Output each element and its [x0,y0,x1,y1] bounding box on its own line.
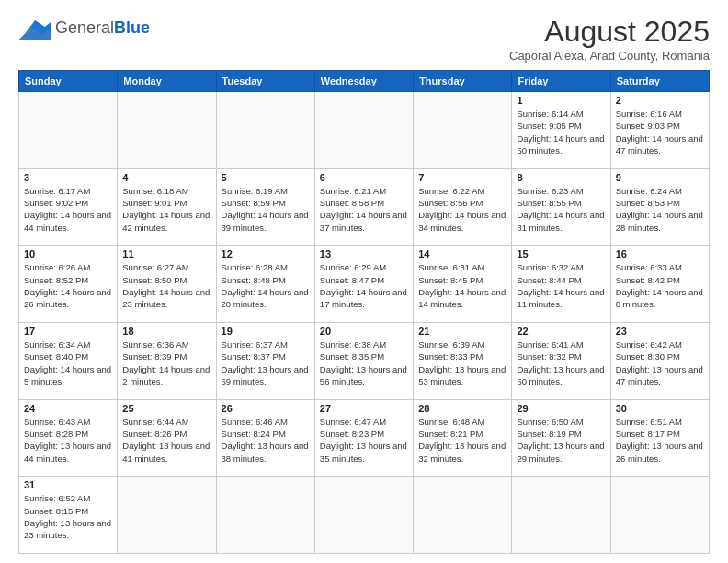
day-info: Sunrise: 6:23 AM Sunset: 8:55 PM Dayligh… [517,185,605,234]
day-info: Sunrise: 6:33 AM Sunset: 8:42 PM Dayligh… [616,261,704,310]
day-info: Sunrise: 6:21 AM Sunset: 8:58 PM Dayligh… [320,185,408,234]
calendar-cell: 2Sunrise: 6:16 AM Sunset: 9:03 PM Daylig… [610,92,709,169]
day-number: 26 [222,403,310,414]
day-header-monday: Monday [118,71,216,92]
day-info: Sunrise: 6:46 AM Sunset: 8:24 PM Dayligh… [222,416,310,465]
day-number: 10 [24,248,112,259]
day-number: 7 [418,172,506,183]
day-number: 6 [320,172,408,183]
logo-general: General [55,18,114,37]
calendar-header: SundayMondayTuesdayWednesdayThursdayFrid… [19,71,710,92]
day-header-thursday: Thursday [414,71,512,92]
calendar-cell [216,477,314,554]
logo-text: GeneralBlue [55,19,150,36]
calendar-cell: 17Sunrise: 6:34 AM Sunset: 8:40 PM Dayli… [19,322,118,399]
day-number: 24 [24,403,112,414]
day-number: 15 [517,248,605,259]
day-info: Sunrise: 6:19 AM Sunset: 8:59 PM Dayligh… [222,185,310,234]
day-info: Sunrise: 6:27 AM Sunset: 8:50 PM Dayligh… [122,261,210,310]
calendar-cell: 28Sunrise: 6:48 AM Sunset: 8:21 PM Dayli… [414,399,512,477]
calendar-cell: 21Sunrise: 6:39 AM Sunset: 8:33 PM Dayli… [414,322,512,399]
calendar-cell [512,477,610,554]
day-info: Sunrise: 6:43 AM Sunset: 8:28 PM Dayligh… [24,416,112,465]
calendar-body: 1Sunrise: 6:14 AM Sunset: 9:05 PM Daylig… [19,92,710,554]
day-info: Sunrise: 6:51 AM Sunset: 8:17 PM Dayligh… [616,416,704,465]
generalblue-logo-icon [18,15,51,40]
calendar-cell [216,92,314,169]
day-number: 25 [122,403,210,414]
day-number: 14 [418,248,506,259]
day-info: Sunrise: 6:28 AM Sunset: 8:48 PM Dayligh… [222,261,310,310]
calendar-cell: 18Sunrise: 6:36 AM Sunset: 8:39 PM Dayli… [118,322,216,399]
day-info: Sunrise: 6:41 AM Sunset: 8:32 PM Dayligh… [517,339,605,387]
subtitle: Caporal Alexa, Arad County, Romania [509,49,710,63]
calendar-cell: 31Sunrise: 6:52 AM Sunset: 8:15 PM Dayli… [19,477,118,554]
day-info: Sunrise: 6:16 AM Sunset: 9:03 PM Dayligh… [616,108,704,156]
calendar-cell: 26Sunrise: 6:46 AM Sunset: 8:24 PM Dayli… [216,399,314,477]
day-info: Sunrise: 6:48 AM Sunset: 8:21 PM Dayligh… [418,416,506,465]
day-number: 17 [24,326,112,337]
day-number: 27 [320,403,408,414]
day-number: 22 [517,326,605,337]
day-number: 29 [517,403,605,414]
calendar-cell: 27Sunrise: 6:47 AM Sunset: 8:23 PM Dayli… [314,399,413,477]
day-number: 20 [320,326,408,337]
calendar-cell: 5Sunrise: 6:19 AM Sunset: 8:59 PM Daylig… [216,168,314,246]
day-number: 5 [222,172,310,183]
day-info: Sunrise: 6:37 AM Sunset: 8:37 PM Dayligh… [222,339,310,387]
calendar-cell [314,92,413,169]
calendar-cell: 19Sunrise: 6:37 AM Sunset: 8:37 PM Dayli… [216,322,314,399]
calendar-week-2: 3Sunrise: 6:17 AM Sunset: 9:02 PM Daylig… [19,168,710,246]
calendar-cell [314,477,413,554]
header: GeneralBlue August 2025 Caporal Alexa, A… [18,15,710,63]
day-info: Sunrise: 6:31 AM Sunset: 8:45 PM Dayligh… [418,261,506,310]
day-info: Sunrise: 6:17 AM Sunset: 9:02 PM Dayligh… [24,185,112,234]
day-info: Sunrise: 6:39 AM Sunset: 8:33 PM Dayligh… [418,339,506,387]
calendar-cell [414,477,512,554]
day-number: 30 [616,403,704,414]
day-info: Sunrise: 6:47 AM Sunset: 8:23 PM Dayligh… [320,416,408,465]
day-number: 31 [24,479,112,490]
day-number: 16 [616,248,704,259]
day-number: 11 [122,248,210,259]
calendar-cell: 14Sunrise: 6:31 AM Sunset: 8:45 PM Dayli… [414,246,512,323]
calendar-cell: 3Sunrise: 6:17 AM Sunset: 9:02 PM Daylig… [19,168,118,246]
day-info: Sunrise: 6:50 AM Sunset: 8:19 PM Dayligh… [517,416,605,465]
day-number: 12 [222,248,310,259]
day-info: Sunrise: 6:18 AM Sunset: 9:01 PM Dayligh… [122,185,210,234]
calendar-cell: 11Sunrise: 6:27 AM Sunset: 8:50 PM Dayli… [118,246,216,323]
title-block: August 2025 Caporal Alexa, Arad County, … [509,15,710,63]
day-number: 19 [222,326,310,337]
day-number: 21 [418,326,506,337]
calendar-cell: 24Sunrise: 6:43 AM Sunset: 8:28 PM Dayli… [19,399,118,477]
calendar-week-3: 10Sunrise: 6:26 AM Sunset: 8:52 PM Dayli… [19,246,710,323]
day-info: Sunrise: 6:14 AM Sunset: 9:05 PM Dayligh… [517,108,605,156]
day-number: 3 [24,172,112,183]
day-info: Sunrise: 6:38 AM Sunset: 8:35 PM Dayligh… [320,339,408,387]
calendar-cell: 9Sunrise: 6:24 AM Sunset: 8:53 PM Daylig… [610,168,709,246]
day-info: Sunrise: 6:29 AM Sunset: 8:47 PM Dayligh… [320,261,408,310]
calendar-cell: 15Sunrise: 6:32 AM Sunset: 8:44 PM Dayli… [512,246,610,323]
day-info: Sunrise: 6:22 AM Sunset: 8:56 PM Dayligh… [418,185,506,234]
day-header-tuesday: Tuesday [216,71,314,92]
calendar-cell: 30Sunrise: 6:51 AM Sunset: 8:17 PM Dayli… [610,399,709,477]
calendar-cell: 6Sunrise: 6:21 AM Sunset: 8:58 PM Daylig… [314,168,413,246]
day-number: 8 [517,172,605,183]
calendar-cell: 8Sunrise: 6:23 AM Sunset: 8:55 PM Daylig… [512,168,610,246]
calendar-cell: 7Sunrise: 6:22 AM Sunset: 8:56 PM Daylig… [414,168,512,246]
day-info: Sunrise: 6:26 AM Sunset: 8:52 PM Dayligh… [24,261,112,310]
calendar-cell: 25Sunrise: 6:44 AM Sunset: 8:26 PM Dayli… [118,399,216,477]
calendar-cell: 12Sunrise: 6:28 AM Sunset: 8:48 PM Dayli… [216,246,314,323]
calendar-cell: 4Sunrise: 6:18 AM Sunset: 9:01 PM Daylig… [118,168,216,246]
calendar-cell: 23Sunrise: 6:42 AM Sunset: 8:30 PM Dayli… [610,322,709,399]
day-info: Sunrise: 6:52 AM Sunset: 8:15 PM Dayligh… [24,492,112,541]
day-header-friday: Friday [512,71,610,92]
day-header-sunday: Sunday [19,71,118,92]
page: GeneralBlue August 2025 Caporal Alexa, A… [0,0,728,563]
calendar-cell: 1Sunrise: 6:14 AM Sunset: 9:05 PM Daylig… [512,92,610,169]
calendar-cell: 29Sunrise: 6:50 AM Sunset: 8:19 PM Dayli… [512,399,610,477]
day-info: Sunrise: 6:36 AM Sunset: 8:39 PM Dayligh… [122,339,210,387]
calendar-week-5: 24Sunrise: 6:43 AM Sunset: 8:28 PM Dayli… [19,399,710,477]
day-number: 18 [122,326,210,337]
calendar-cell [118,92,216,169]
